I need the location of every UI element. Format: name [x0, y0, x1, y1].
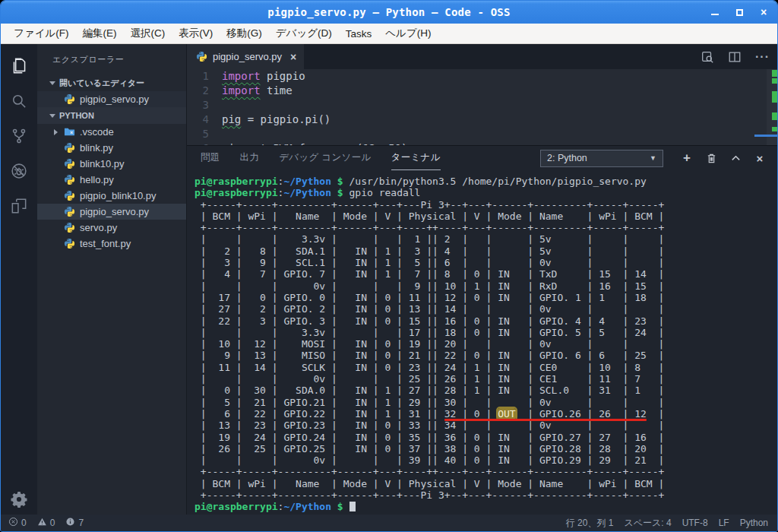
tab-label: pigpio_servo.py	[213, 51, 282, 62]
terminal-table-line: | 2 | 8 | SDA.1 | IN | 1 | 3 || 4 | | | …	[194, 245, 777, 257]
tree-item-label: servo.py	[80, 222, 117, 233]
terminal-table-line: | 17 | 0 | GPIO. 0 | IN | 0 | 11 || 12 |…	[194, 292, 777, 303]
maximize-panel-icon[interactable]	[727, 150, 744, 166]
tab-pigpio-servo[interactable]: pigpio_servo.py ×	[187, 44, 304, 69]
activity-bar	[1, 44, 37, 515]
explorer-sidebar: エクスプローラー 開いているエディター pigpio_servo.py PYTH…	[37, 44, 187, 515]
terminal-table-line: | BCM | wPi | Name | Mode | V | Physical…	[194, 211, 777, 222]
terminal-table-line: +-----+-----+---------+------+---+---Pi …	[194, 489, 777, 501]
prompt-path: ~/Python	[283, 501, 331, 512]
search-icon[interactable]	[1, 84, 37, 119]
tree-item-servo-py[interactable]: servo.py	[37, 220, 186, 236]
prompt-path: ~/Python	[283, 176, 331, 187]
folder-section-header[interactable]: PYTHON	[37, 107, 186, 124]
settings-gear-icon[interactable]	[1, 490, 37, 508]
maximize-button[interactable]	[733, 6, 745, 18]
panel-tab-出力[interactable]: 出力	[240, 146, 260, 170]
menu-item[interactable]: 選択(C)	[124, 24, 172, 43]
status-item[interactable]: Python	[740, 518, 768, 528]
git-change-mark	[772, 70, 777, 77]
source-control-icon[interactable]	[1, 119, 37, 154]
new-terminal-icon[interactable]: +	[678, 150, 695, 166]
tree-item-hello-py[interactable]: hello.py	[37, 172, 186, 188]
python-file-icon	[64, 222, 75, 233]
menu-item[interactable]: ヘルプ(H)	[378, 24, 438, 43]
tree-item--vscode[interactable]: .vscode	[37, 124, 186, 140]
terminal-table-line: | 9 | 13 | MISO | IN | 0 | 21 || 22 | 0 …	[194, 350, 777, 361]
close-panel-icon[interactable]: ×	[751, 150, 768, 166]
vscode-window: pigpio_servo.py — Python — Code - OSS × …	[0, 0, 778, 532]
error-count[interactable]: 0	[8, 517, 27, 529]
terminal-table-line: | 11 | 14 | SCLK | IN | 0 | 23 || 24 | 1…	[194, 362, 777, 373]
chevron-down-icon: ▼	[650, 154, 656, 162]
line-number: 6	[187, 141, 222, 145]
extensions-icon[interactable]	[1, 188, 37, 223]
chevron-down-icon	[49, 81, 55, 85]
open-editors-header[interactable]: 開いているエディター	[37, 74, 186, 91]
terminal-table-line: +-----+-----+---------+------+---+----++…	[194, 222, 777, 233]
terminal-table-line: | | | 0v | | | 25 || 26 | 1 | IN | CE1 |…	[194, 373, 777, 385]
line-number: 1	[187, 69, 222, 84]
tree-item-test-font-py[interactable]: test_font.py	[37, 236, 186, 252]
prompt-user: pi@raspberrypi	[194, 176, 278, 187]
line-number: 5	[187, 127, 222, 141]
tree-item-label: test_font.py	[80, 238, 131, 249]
files-icon[interactable]	[1, 49, 37, 84]
menu-item[interactable]: デバッグ(D)	[269, 24, 339, 43]
menu-item[interactable]: ファイル(F)	[7, 24, 76, 43]
terminal[interactable]: pi@raspberrypi:~/Python $ /usr/bin/pytho…	[187, 170, 777, 515]
close-button[interactable]: ×	[757, 6, 770, 18]
status-item[interactable]: LF	[719, 518, 729, 528]
terminal-table-line: +-----+-----+---------+------+---+----++…	[194, 466, 777, 477]
code-editor[interactable]: 1import pigpio2import time34pig = pigpio…	[187, 69, 777, 145]
tree-item-label: .vscode	[80, 126, 114, 138]
python-file-icon	[64, 238, 75, 249]
panel-tab-デバッグ コンソール[interactable]: デバッグ コンソール	[279, 146, 371, 170]
status-item[interactable]: UTF-8	[682, 518, 708, 528]
code-line: 5	[187, 127, 777, 141]
minimize-button[interactable]	[709, 6, 721, 18]
tree-item-pigpio-blink10-py[interactable]: pigpio_blink10.py	[37, 188, 186, 204]
terminal-table-line: | | | 3.3v | | | 17 || 18 | 0 | IN | GPI…	[194, 327, 777, 338]
warning-count[interactable]: 0	[37, 517, 55, 529]
open-preview-icon[interactable]	[701, 50, 714, 64]
kill-terminal-icon[interactable]	[703, 150, 719, 166]
menu-item[interactable]: Tasks	[339, 26, 379, 42]
prompt-dollar: $	[337, 176, 343, 187]
tree-item-pigpio-servo-py[interactable]: pigpio_servo.py	[37, 204, 186, 220]
editor-tab-bar: pigpio_servo.py × ···	[187, 44, 777, 69]
status-item[interactable]: スペース: 4	[624, 517, 671, 530]
title-bar[interactable]: pigpio_servo.py — Python — Code - OSS ×	[1, 1, 777, 24]
info-count[interactable]: 7	[65, 517, 84, 529]
vscode-folder-icon	[64, 126, 75, 138]
panel-tab-問題[interactable]: 問題	[201, 146, 220, 170]
split-editor-icon[interactable]	[728, 50, 742, 64]
sidebar-title: エクスプローラー	[37, 44, 186, 74]
chevron-right-icon	[54, 129, 58, 135]
git-change-mark	[772, 127, 777, 131]
tree-item-blink-py[interactable]: blink.py	[37, 140, 186, 156]
terminal-table-line: | BCM | wPi | Name | Mode | V | Physical…	[194, 478, 777, 489]
git-change-mark	[772, 78, 777, 84]
code-line: 3	[187, 98, 777, 112]
more-actions-icon[interactable]: ···	[755, 50, 770, 64]
line-number: 3	[187, 98, 222, 112]
tree-item-blink10-py[interactable]: blink10.py	[37, 156, 186, 172]
code-line: 4pig = pigpio.pi()	[187, 112, 777, 127]
terminal-prompt-line: pi@raspberrypi:~/Python $	[194, 501, 777, 512]
tab-close-icon[interactable]: ×	[290, 51, 296, 63]
open-editor-pigpio-servo-py[interactable]: pigpio_servo.py	[37, 91, 186, 107]
tree-item-label: hello.py	[80, 174, 114, 185]
status-bar: 007 行 20、列 1スペース: 4UTF-8LFPython	[1, 515, 777, 531]
python-file-icon	[64, 174, 75, 185]
menu-item[interactable]: 表示(V)	[172, 24, 220, 43]
panel-tab-ターミナル[interactable]: ターミナル	[391, 146, 441, 170]
terminal-table-line: | 4 | 7 | GPIO. 7 | IN | 1 | 7 || 8 | 0 …	[194, 268, 777, 280]
debug-icon[interactable]	[1, 154, 37, 188]
menu-item[interactable]: 編集(E)	[76, 24, 124, 43]
terminal-select[interactable]: 2: Python ▼	[540, 150, 663, 167]
code-text: pig = pigpio.pi()	[222, 112, 330, 127]
menu-item[interactable]: 移動(G)	[220, 24, 269, 43]
terminal-table-line: | 27 | 2 | GPIO. 2 | IN | 0 | 13 || 14 |…	[194, 303, 777, 315]
status-item[interactable]: 行 20、列 1	[566, 517, 614, 530]
